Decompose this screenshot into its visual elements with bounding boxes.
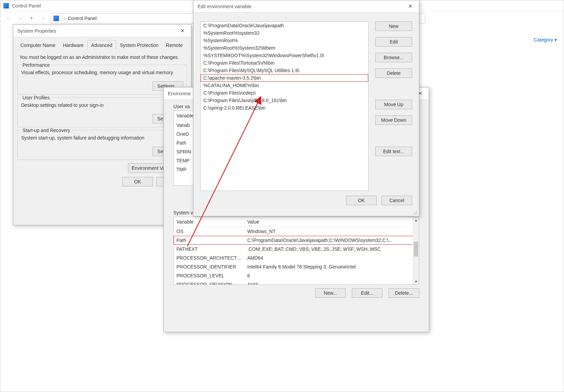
path-list[interactable]: C:\ProgramData\Oracle\Java\javapath%Syst… — [200, 21, 369, 191]
startup-recovery-desc: System start-up, system failure and debu… — [21, 135, 183, 141]
resize-grip-icon[interactable] — [413, 210, 418, 215]
sysprops-okcancel: OK Cancel — [13, 177, 187, 186]
user-profiles-desc: Desktop settings related to your sign-in — [21, 102, 183, 108]
ok-button[interactable]: OK — [346, 196, 377, 205]
system-variables-listbox[interactable]: Variable Value OSWindows_NTPathC:\Progra… — [173, 217, 419, 285]
editdlg-side-buttons: New Edit Browse... Delete Move Up Move D… — [375, 21, 412, 191]
var-name: PATHEXT — [174, 246, 245, 252]
move-up-button[interactable]: Move Up — [375, 100, 412, 109]
edit-text-button[interactable]: Edit text... — [375, 147, 412, 156]
var-name: OS — [174, 228, 245, 235]
breadcrumb[interactable]: Control Panel — [68, 16, 97, 21]
path-entry[interactable]: C:\Program Files\Java\jdk1.8.0_161\bin — [201, 97, 368, 104]
list-item[interactable]: PROCESSOR_REVISION4e03 — [174, 280, 419, 285]
up-arrow-icon[interactable]: ↑ — [39, 14, 47, 22]
var-value: 4e03 — [245, 281, 419, 285]
edit-button[interactable]: Edit — [375, 37, 412, 47]
edit-button[interactable]: Edit... — [352, 288, 382, 298]
editdlg-titlebar: Edit environment variable ✕ — [193, 0, 419, 13]
scroll-down-icon[interactable]: ▼ — [413, 278, 419, 284]
startup-recovery-legend: Start-up and Recovery — [21, 128, 72, 133]
path-entry[interactable]: C:\spring-2.0.0.RELEASE\bin — [201, 104, 368, 112]
admin-note: You must be logged on as an Administrato… — [13, 50, 191, 62]
list-item[interactable]: PROCESSOR_IDENTIFIERIntel64 Family 6 Mod… — [174, 262, 419, 271]
browse-button[interactable]: Browse... — [375, 53, 412, 62]
scroll-thumb[interactable] — [414, 242, 418, 257]
new-button[interactable]: New... — [315, 288, 346, 298]
path-entry[interactable]: C:\apache-maven-3.5.2\bin — [201, 74, 368, 82]
var-name: PROCESSOR_REVISION — [174, 281, 245, 285]
scrollbar[interactable]: ▲ ▼ — [413, 217, 419, 284]
var-value: Windows_NT — [245, 228, 419, 235]
var-name: Path — [174, 237, 245, 244]
path-entry[interactable]: C:\Program Files\MySQL\MySQL Utilities 1… — [201, 67, 368, 74]
path-entry[interactable]: %SYSTEMROOT%\System32\WindowsPowerShell\… — [201, 52, 368, 59]
list-item[interactable]: OSWindows_NT — [174, 227, 419, 236]
startup-recovery-group: Start-up and Recovery System start-up, s… — [17, 130, 187, 160]
tab-hardware[interactable]: Hardware — [59, 40, 88, 50]
path-entry[interactable]: C:\ProgramData\Oracle\Java\javapath — [201, 22, 368, 29]
col-value: Value — [245, 217, 419, 227]
back-arrow-icon[interactable]: ← — [4, 14, 13, 22]
editdlg-okcancel: OK Cancel — [193, 196, 419, 210]
sysprops-tabs: Computer NameHardwareAdvancedSystem Prot… — [17, 40, 188, 50]
recent-chevron-icon[interactable]: ▼ — [28, 14, 36, 22]
delete-button[interactable]: Delete — [375, 68, 412, 78]
new-button[interactable]: New — [375, 21, 412, 31]
var-value: 6 — [245, 272, 419, 279]
control-panel-icon — [3, 3, 9, 9]
control-panel-icon — [53, 15, 59, 21]
view-by-link[interactable]: Category▾ — [534, 37, 557, 43]
performance-desc: Visual effects, processor scheduling, me… — [21, 70, 183, 75]
tab-system-protection[interactable]: System Protection — [116, 40, 162, 50]
tab-advanced[interactable]: Advanced — [87, 40, 116, 50]
var-value: AMD64 — [245, 255, 419, 261]
envdlg-title: Environme — [168, 91, 191, 96]
sysprops-titlebar: System Properties ✕ — [13, 25, 191, 37]
ok-button[interactable]: OK — [122, 177, 153, 186]
var-name: PROCESSOR_IDENTIFIER — [174, 263, 245, 270]
cancel-button[interactable]: Cancel — [381, 196, 412, 205]
list-item[interactable]: PROCESSOR_LEVEL6 — [174, 271, 419, 280]
view-by-label: Category — [534, 37, 553, 43]
path-entry[interactable]: C:\Program Files\TortoiseSVN\bin — [201, 59, 368, 67]
col-variable: Variable — [174, 217, 245, 227]
var-value: .COM;.EXE;.BAT;.CMD;.VBS;.VBE;.JS;.JSE;.… — [245, 246, 419, 252]
list-item[interactable]: PATHEXT.COM;.EXE;.BAT;.CMD;.VBS;.VBE;.JS… — [174, 245, 419, 254]
var-name: PROCESSOR_LEVEL — [174, 272, 245, 279]
scroll-up-icon[interactable]: ▲ — [413, 217, 419, 223]
close-icon[interactable]: ✕ — [405, 3, 415, 10]
list-item[interactable]: PROCESSOR_ARCHITECTUREAMD64 — [174, 254, 419, 262]
chevron-right-icon: › — [64, 16, 66, 21]
var-value: Intel64 Family 6 Model 78 Stepping 3, Ge… — [245, 263, 419, 270]
var-name: PROCESSOR_ARCHITECTURE — [174, 255, 245, 261]
listbox-header: Variable Value — [174, 217, 419, 227]
sys-var-buttons: New... Edit... Delete... — [173, 288, 419, 298]
sysprops-title: System Properties — [17, 28, 56, 34]
move-down-button[interactable]: Move Down — [375, 115, 412, 125]
var-value: C:\ProgramData\Oracle\Java\javapath;C:\W… — [245, 237, 419, 244]
chevron-down-icon: ▾ — [554, 37, 557, 43]
delete-button[interactable]: Delete... — [389, 288, 419, 298]
tab-computer-name[interactable]: Computer Name — [17, 40, 59, 50]
editdlg-title: Edit environment variable — [198, 4, 251, 9]
path-entry[interactable]: C:\Program Files\nodejs\ — [201, 89, 368, 97]
performance-legend: Performance — [21, 62, 51, 68]
path-entry[interactable]: %CATALINA_HOME%\bin — [201, 82, 368, 89]
path-entry[interactable]: %SystemRoot% — [201, 37, 368, 44]
explorer-title: Control Panel — [12, 3, 41, 9]
user-profiles-group: User Profiles Desktop settings related t… — [17, 97, 187, 127]
user-profiles-legend: User Profiles — [21, 95, 51, 100]
tab-remote[interactable]: Remote — [162, 40, 186, 50]
list-item[interactable]: PathC:\ProgramData\Oracle\Java\javapath;… — [174, 236, 419, 245]
edit-env-variable-dialog: Edit environment variable ✕ C:\ProgramDa… — [193, 0, 419, 216]
performance-group: Performance Visual effects, processor sc… — [17, 65, 187, 95]
close-icon[interactable]: ✕ — [177, 28, 187, 34]
forward-arrow-icon[interactable]: → — [16, 14, 24, 22]
path-entry[interactable]: %SystemRoot%\System32\Wbem — [201, 44, 368, 52]
path-entry[interactable]: %SystemRoot%\system32 — [201, 29, 368, 37]
